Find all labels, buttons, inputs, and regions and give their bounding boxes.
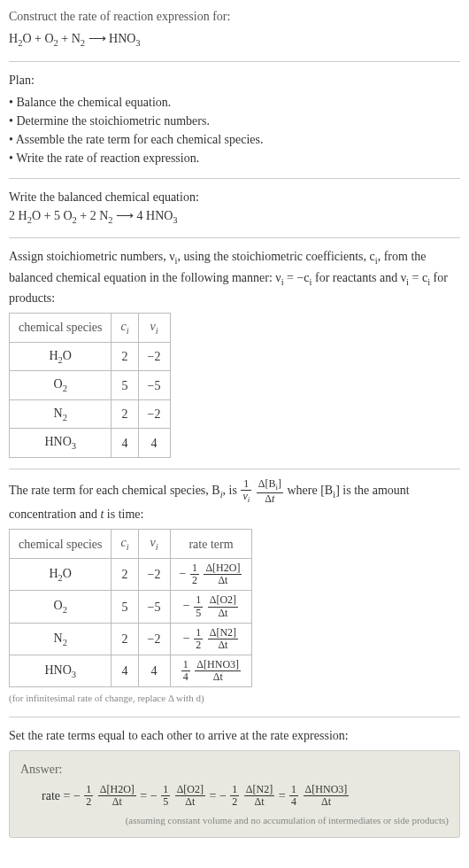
- col-c: ci: [111, 530, 138, 559]
- col-nu: νi: [138, 530, 170, 559]
- table-row: O25−5− 15 Δ[O2]Δt: [10, 591, 252, 623]
- cell-c: 5: [111, 371, 138, 400]
- answer-box: Answer: rate = − 12 Δ[H2O]Δt = − 15 Δ[O2…: [9, 750, 460, 838]
- cell-species: N2: [10, 399, 111, 429]
- answer-label: Answer:: [20, 760, 449, 779]
- cell-c: 4: [111, 429, 138, 458]
- plan-item: • Determine the stoichiometric numbers.: [9, 112, 460, 130]
- divider: [9, 717, 460, 717]
- final-label: Set the rate terms equal to each other t…: [9, 726, 460, 745]
- table-header-row: chemical species ci νi rate term: [10, 530, 252, 559]
- table-row: HNO34414 Δ[HNO3]Δt: [10, 655, 252, 687]
- col-c: ci: [111, 314, 138, 343]
- stoich-block: Assign stoichiometric numbers, νi, using…: [9, 247, 460, 458]
- final-block: Set the rate terms equal to each other t…: [9, 726, 460, 838]
- cell-species: H2O: [10, 342, 111, 371]
- cell-nu: −2: [138, 342, 170, 371]
- cell-c: 4: [111, 655, 138, 687]
- col-species: chemical species: [10, 530, 111, 559]
- stoich-table: chemical species ci νi H2O2−2O25−5N22−2H…: [9, 313, 171, 458]
- balanced-equation: 2 H2O + 5 O2 + 2 N2 ⟶ 4 HNO3: [9, 206, 460, 228]
- cell-nu: −2: [138, 558, 170, 590]
- question-prompt: Construct the rate of reaction expressio…: [9, 7, 460, 26]
- cell-c: 5: [111, 591, 138, 623]
- divider: [9, 469, 460, 469]
- divider: [9, 178, 460, 179]
- cell-species: O2: [10, 591, 111, 623]
- plan-item: • Balance the chemical equation.: [9, 93, 460, 112]
- plan-label: Plan:: [9, 71, 460, 89]
- cell-nu: −5: [138, 591, 170, 623]
- col-species: chemical species: [10, 314, 111, 343]
- cell-c: 2: [111, 399, 138, 429]
- plan-list: • Balance the chemical equation.• Determ…: [9, 93, 460, 167]
- cell-nu: 4: [138, 429, 170, 458]
- cell-c: 2: [111, 623, 138, 655]
- col-term: rate term: [170, 530, 252, 559]
- cell-species: H2O: [10, 558, 111, 590]
- table-row: N22−2: [10, 399, 171, 429]
- cell-species: O2: [10, 371, 111, 400]
- cell-nu: 4: [138, 655, 170, 687]
- plan-item: • Write the rate of reaction expression.: [9, 149, 460, 167]
- cell-nu: −5: [138, 371, 170, 400]
- table-row: O25−5: [10, 371, 171, 400]
- balanced-block: Write the balanced chemical equation: 2 …: [9, 188, 460, 228]
- table-row: H2O2−2: [10, 342, 171, 371]
- cell-species: HNO3: [10, 655, 111, 687]
- col-nu: νi: [138, 314, 170, 343]
- stoich-intro: Assign stoichiometric numbers, νi, using…: [9, 247, 460, 307]
- plan-block: Plan: • Balance the chemical equation.• …: [9, 71, 460, 167]
- rate-table-note: (for infinitesimal rate of change, repla…: [9, 691, 460, 706]
- cell-nu: −2: [138, 399, 170, 429]
- rate-intro: The rate term for each chemical species,…: [9, 478, 460, 523]
- unbalanced-equation: H2O + O2 + N2 ⟶ HNO3: [9, 29, 460, 50]
- rate-table: chemical species ci νi rate term H2O2−2−…: [9, 529, 252, 687]
- divider: [9, 61, 460, 62]
- cell-nu: −2: [138, 623, 170, 655]
- rate-intro-frac-delta: Δ[Bi]Δt: [257, 478, 283, 505]
- rate-block: The rate term for each chemical species,…: [9, 478, 460, 706]
- cell-c: 2: [111, 342, 138, 371]
- table-row: N22−2− 12 Δ[N2]Δt: [10, 623, 252, 655]
- cell-term: 14 Δ[HNO3]Δt: [170, 655, 252, 687]
- cell-c: 2: [111, 558, 138, 590]
- table-header-row: chemical species ci νi: [10, 314, 171, 343]
- question-block: Construct the rate of reaction expressio…: [9, 7, 460, 50]
- table-row: HNO344: [10, 429, 171, 458]
- table-row: H2O2−2− 12 Δ[H2O]Δt: [10, 558, 252, 590]
- plan-item: • Assemble the rate term for each chemic…: [9, 130, 460, 149]
- cell-species: HNO3: [10, 429, 111, 458]
- cell-term: − 12 Δ[N2]Δt: [170, 623, 252, 655]
- cell-species: N2: [10, 623, 111, 655]
- answer-note: (assuming constant volume and no accumul…: [20, 813, 449, 828]
- balanced-label: Write the balanced chemical equation:: [9, 188, 460, 206]
- cell-term: − 12 Δ[H2O]Δt: [170, 558, 252, 590]
- cell-term: − 15 Δ[O2]Δt: [170, 591, 252, 623]
- answer-expression: rate = − 12 Δ[H2O]Δt = − 15 Δ[O2]Δt = − …: [42, 784, 449, 808]
- divider: [9, 237, 460, 238]
- rate-intro-frac-coef: 1νi: [241, 478, 251, 505]
